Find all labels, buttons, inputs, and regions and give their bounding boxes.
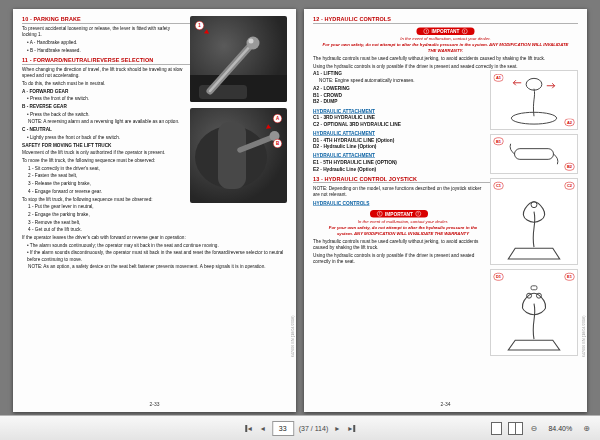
- left-figures: 1 A B: [190, 16, 287, 209]
- fnr-switch-photo: A B: [190, 108, 287, 203]
- section-12-title: 12 - HYDRAULIC CONTROLS: [313, 16, 578, 24]
- stop-step: 4 - Get out of the lift truck.: [22, 227, 287, 233]
- zoom-out-button[interactable]: ⊖: [529, 423, 540, 434]
- joystick-buttons-diagram: D1 E1: [490, 270, 578, 356]
- first-page-icon: ◂: [248, 424, 252, 433]
- exclamation-icon: !: [462, 29, 468, 35]
- facing-pages-view-icon[interactable]: [508, 422, 523, 435]
- warning-line: In the event of malfunction, contact you…: [321, 36, 570, 42]
- last-page-icon: [353, 425, 355, 432]
- first-page-button[interactable]: ◂: [243, 423, 254, 434]
- hydraulic-paragraph: The hydraulic controls must be used care…: [313, 55, 578, 61]
- callout-badge: B1: [494, 138, 504, 146]
- leave-cab-bullet: The alarm sounds continuously; the opera…: [22, 242, 287, 248]
- crowd-dump-diagram: B1 B2: [490, 135, 578, 174]
- right-figures: A1 A2 B1 B2: [490, 71, 578, 356]
- joystick-illustration: [491, 179, 578, 264]
- zoom-out-icon: ⊖: [531, 424, 538, 433]
- previous-page-icon: ◂: [261, 424, 265, 433]
- joystick-diagram: C1 C2: [490, 179, 578, 265]
- parking-brake-photo: 1: [190, 16, 287, 102]
- last-page-button[interactable]: ▸: [346, 423, 357, 434]
- page-navigation: ◂ ◂ (37 / 114) ▸ ▸: [243, 416, 357, 440]
- page-right[interactable]: 12 - HYDRAULIC CONTROLS ! IMPORTANT ! In…: [304, 9, 587, 412]
- leave-cab-bullet: If the alarm sounds discontinuously, the…: [22, 250, 287, 262]
- callout-badge: C1: [494, 182, 504, 190]
- stop-step: 3 - Remove the seat belt,: [22, 219, 287, 225]
- important-banner: ! IMPORTANT !: [313, 26, 578, 36]
- important-label: IMPORTANT: [385, 211, 413, 217]
- first-page-icon: [245, 425, 247, 432]
- next-page-button[interactable]: ▸: [333, 423, 341, 434]
- previous-page-button[interactable]: ◂: [259, 423, 267, 434]
- callout-badge: D1: [494, 273, 504, 281]
- important-pill: ! IMPORTANT !: [370, 210, 428, 218]
- pdf-viewer: 1 A B 10 - PA: [0, 0, 600, 440]
- viewer-toolbar: ◂ ◂ (37 / 114) ▸ ▸ ⊖ 84.40% ⊕: [0, 415, 600, 440]
- page-number-input[interactable]: [272, 421, 294, 436]
- exclamation-icon: !: [415, 211, 421, 217]
- joystick-buttons-illustration: [491, 270, 578, 355]
- next-page-icon: ▸: [335, 424, 339, 433]
- page-number: 2-34: [304, 402, 587, 408]
- document-reference-sidetext: 647606 EN (18/04/2018): [291, 315, 295, 357]
- fnr-switch-illustration: [190, 108, 287, 203]
- lift-lower-diagram: A1 A2: [490, 71, 578, 130]
- callout-badge: A2: [565, 119, 575, 127]
- callout-badge: B: [273, 139, 282, 148]
- warning-line-bold: For your own safety, do not attempt to a…: [321, 42, 570, 53]
- callout-badge: E1: [565, 273, 575, 281]
- callout-badge: A1: [494, 74, 504, 82]
- exclamation-icon: !: [377, 211, 383, 217]
- single-page-view-icon[interactable]: [491, 422, 502, 435]
- document-spread: 1 A B 10 - PA: [13, 9, 587, 412]
- page-number: 2-33: [13, 402, 296, 408]
- seatbelt-note: NOTE: As an option, a safety device on t…: [22, 264, 287, 270]
- zoom-controls: ⊖ 84.40% ⊕: [491, 416, 592, 440]
- parking-brake-lever-illustration: [190, 16, 287, 102]
- stop-step: 2 - Engage the parking brake,: [22, 211, 287, 217]
- important-label: IMPORTANT: [432, 29, 460, 35]
- zoom-in-icon: ⊕: [583, 424, 590, 433]
- callout-badge: A: [273, 114, 282, 123]
- callout-badge: 1: [195, 21, 204, 30]
- hydraulic-paragraph: Using the hydraulic controls is only pos…: [313, 63, 578, 69]
- last-page-icon: ▸: [348, 424, 352, 433]
- callout-badge: C2: [565, 182, 575, 190]
- zoom-percentage: 84.40%: [545, 425, 575, 432]
- callout-badge: B2: [565, 163, 575, 171]
- exclamation-icon: !: [424, 29, 430, 35]
- page-count-label: (37 / 114): [299, 425, 328, 432]
- leave-cab-heading: If the operator leaves the driver's cab …: [22, 234, 287, 240]
- page-left[interactable]: 1 A B 10 - PA: [13, 9, 296, 412]
- zoom-in-button[interactable]: ⊕: [581, 423, 592, 434]
- important-pill: ! IMPORTANT !: [417, 28, 475, 36]
- document-reference-sidetext: 647606 EN (18/04/2018): [582, 315, 586, 357]
